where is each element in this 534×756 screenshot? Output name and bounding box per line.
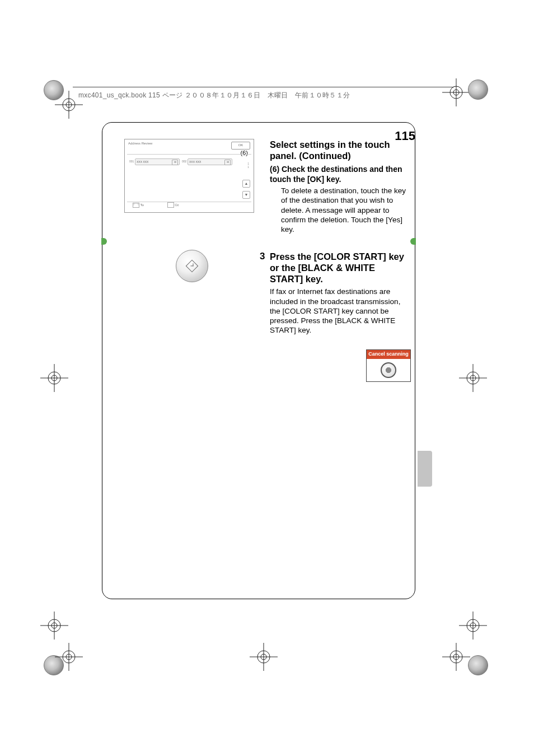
- panel-divider: [127, 154, 251, 155]
- continued-heading: Select settings in the touch panel. (Con…: [270, 139, 409, 161]
- section-side-tab: [418, 451, 432, 487]
- callout-6-label: (6): [241, 150, 248, 156]
- ok-button[interactable]: OK: [231, 142, 250, 150]
- to-label: To: [140, 203, 144, 207]
- destination-1-label: XXX XXX: [137, 160, 148, 164]
- cancel-scanning-label: Cancel scanning: [367, 350, 410, 359]
- registration-mark-icon: [442, 643, 470, 671]
- step-3-heading: Press the [COLOR START] key or the [BLAC…: [270, 251, 409, 284]
- header-rule: [73, 87, 454, 87]
- panel-title: Address Review: [128, 142, 152, 145]
- mail-icon: ✉: [224, 160, 231, 165]
- step-number-3: 3: [260, 251, 265, 262]
- arrow-down-icon: ▼: [245, 193, 249, 197]
- start-diamond-icon: [186, 260, 199, 273]
- destination-key-1[interactable]: XXX XXX ✉: [135, 158, 180, 165]
- dest-002-index: 002: [182, 160, 186, 163]
- pc-icon: [167, 202, 174, 208]
- mail-icon: ✉: [172, 160, 178, 165]
- stop-icon: [386, 367, 391, 373]
- registration-mark-icon: [55, 91, 83, 119]
- dest-001-index: 001: [129, 160, 134, 163]
- registration-mark-icon: [55, 643, 83, 671]
- start-button-figure: [176, 250, 208, 282]
- scroll-up-button[interactable]: ▲: [242, 180, 250, 188]
- registration-mark-icon: [40, 612, 68, 640]
- arrow-up-icon: ▲: [245, 181, 249, 185]
- mail-icon: [133, 203, 139, 208]
- step-6-body: To delete a destination, touch the key o…: [270, 186, 409, 234]
- step-3-block: Press the [COLOR START] key or the [BLAC…: [270, 251, 409, 335]
- cc-label: Cc: [175, 203, 179, 207]
- touch-panel-figure: Address Review OK (6) 001 XXX XXX ✉ 002 …: [124, 139, 254, 213]
- step-3-body: If fax or Internet fax destinations are …: [270, 287, 409, 335]
- step-6-block: Select settings in the touch panel. (Con…: [270, 139, 409, 234]
- green-tab-right: [410, 238, 416, 245]
- stop-button[interactable]: [381, 362, 396, 378]
- page-indicator: 1 1: [247, 162, 249, 169]
- panel-bottom-bar: To Cc: [127, 202, 251, 210]
- registration-mark-icon: [40, 364, 68, 392]
- destination-2-label: XXX XXX: [189, 160, 201, 164]
- cancel-scanning-box: Cancel scanning: [366, 349, 411, 382]
- page-number: 115: [395, 129, 415, 143]
- registration-mark-icon: [459, 364, 487, 392]
- registration-mark-icon: [442, 78, 470, 106]
- corner-orb-icon: [468, 655, 488, 675]
- registration-mark-icon: [250, 643, 278, 671]
- print-header-line: mxc401_us_qck.book 115 ページ ２００８年１０月１６日 木…: [78, 91, 350, 100]
- destination-key-2[interactable]: XXX XXX ✉: [188, 158, 232, 165]
- registration-mark-icon: [459, 612, 487, 640]
- step-6-subheading: (6) Check the destinations and then touc…: [270, 165, 409, 185]
- scroll-down-button[interactable]: ▼: [242, 191, 250, 199]
- corner-orb-icon: [468, 80, 488, 100]
